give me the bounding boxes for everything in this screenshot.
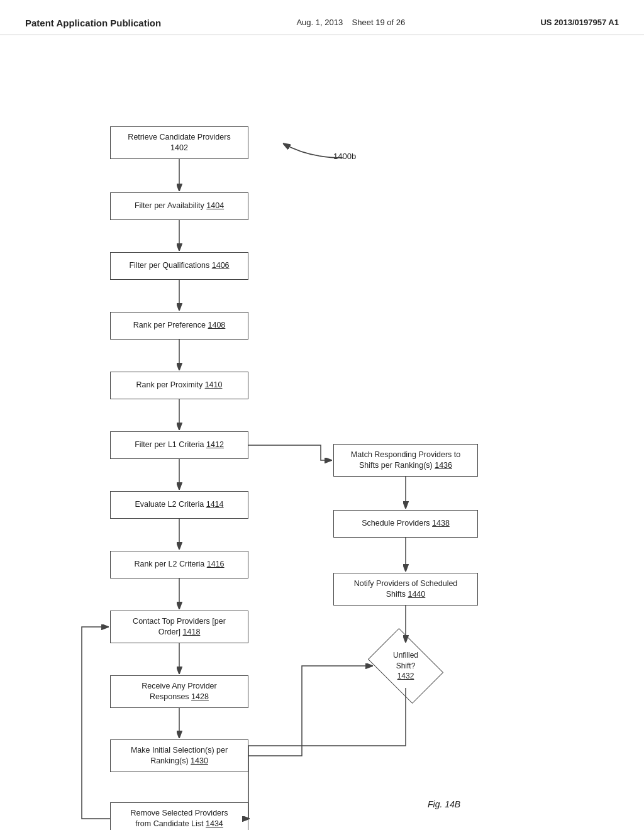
box-remove: Remove Selected Providers from Candidate… — [110, 802, 248, 830]
match-text: Match Responding Providers to Shifts per… — [351, 450, 460, 472]
box-rank-l2: Rank per L2 Criteria 1416 — [110, 551, 248, 578]
box-retrieve: Retrieve Candidate Providers 1402 — [110, 126, 248, 159]
box-contact: Contact Top Providers [per Order] 1418 — [110, 611, 248, 643]
remove-text: Remove Selected Providers from Candidate… — [131, 808, 228, 830]
box-filter-l1: Filter per L1 Criteria 1412 — [110, 431, 248, 459]
patent-number: US 2013/0197957 A1 — [540, 18, 619, 27]
box-eval-l2: Evaluate L2 Criteria 1414 — [110, 491, 248, 519]
flow-arrows — [0, 35, 644, 802]
box-rank-prox: Rank per Proximity 1410 — [110, 372, 248, 399]
rank-pref-text: Rank per Preference 1408 — [133, 320, 226, 331]
receive-text: Receive Any Provider Responses 1428 — [142, 681, 217, 703]
header: Patent Application Publication Aug. 1, 2… — [0, 0, 644, 35]
diamond-label: Unfilled Shift? 1432 — [362, 645, 450, 687]
notify-text: Notify Providers of Scheduled Shifts 144… — [354, 578, 458, 600]
contact-text: Contact Top Providers [per Order] 1418 — [133, 616, 226, 638]
eval-l2-text: Evaluate L2 Criteria 1414 — [135, 499, 223, 511]
make-init-text: Make Initial Selection(s) per Ranking(s)… — [131, 745, 228, 767]
diagram-area: 1400b Retrieve Candidate Providers 1402 … — [0, 35, 644, 802]
box-receive: Receive Any Provider Responses 1428 — [110, 675, 248, 708]
filter-qual-text: Filter per Qualifications 1406 — [129, 260, 229, 272]
box-notify: Notify Providers of Scheduled Shifts 144… — [333, 573, 478, 606]
pub-date: Aug. 1, 2013 — [296, 18, 343, 27]
box-make-init: Make Initial Selection(s) per Ranking(s)… — [110, 739, 248, 772]
schedule-text: Schedule Providers 1438 — [362, 518, 450, 529]
box-schedule: Schedule Providers 1438 — [333, 510, 478, 538]
header-center: Aug. 1, 2013 Sheet 19 of 26 — [296, 18, 405, 27]
box-match: Match Responding Providers to Shifts per… — [333, 444, 478, 477]
rank-l2-text: Rank per L2 Criteria 1416 — [134, 559, 224, 570]
box-filter-avail: Filter per Availability 1404 — [110, 192, 248, 220]
sheet-info: Sheet 19 of 26 — [352, 18, 406, 27]
filter-avail-text: Filter per Availability 1404 — [135, 201, 224, 212]
box-filter-qual: Filter per Qualifications 1406 — [110, 252, 248, 280]
box-rank-pref: Rank per Preference 1408 — [110, 312, 248, 340]
rank-prox-text: Rank per Proximity 1410 — [136, 380, 223, 391]
filter-l1-text: Filter per L1 Criteria 1412 — [135, 440, 224, 451]
diagram-label: 1400b — [333, 152, 356, 161]
fig-label: Fig. 14B — [428, 799, 460, 809]
publication-title: Patent Application Publication — [25, 18, 161, 28]
